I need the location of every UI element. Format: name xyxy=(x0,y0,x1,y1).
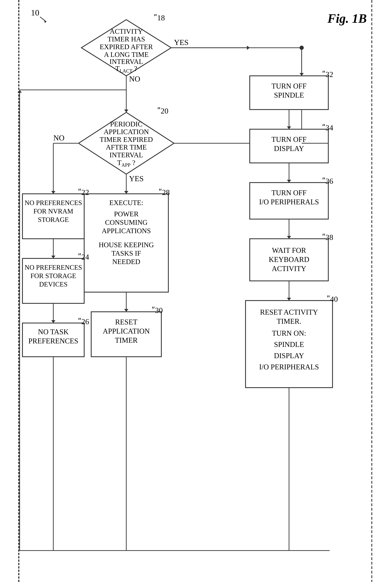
svg-text:CONSUMING: CONSUMING xyxy=(105,218,148,226)
svg-text:DISPLAY: DISPLAY xyxy=(274,145,304,153)
svg-text:DISPLAY: DISPLAY xyxy=(274,352,304,360)
ref-40: ʺ40 xyxy=(326,295,338,303)
ref-32: ʺ32 xyxy=(322,70,333,79)
ref-24: ʺ24 xyxy=(78,253,89,261)
ref-26: ʺ26 xyxy=(78,317,89,326)
svg-text:TIMER HAS: TIMER HAS xyxy=(108,35,145,43)
svg-text:I/O PERIPHERALS: I/O PERIPHERALS xyxy=(259,363,319,371)
ref-34: ʺ34 xyxy=(322,123,333,132)
svg-text:RESET ACTIVITY: RESET ACTIVITY xyxy=(260,308,318,316)
svg-text:TURN ON:: TURN ON: xyxy=(272,329,306,337)
svg-text:RESET: RESET xyxy=(115,318,138,326)
yes-label-20: YES xyxy=(129,174,144,183)
svg-text:TIMER EXPIRED: TIMER EXPIRED xyxy=(100,136,153,143)
svg-text:TURN OFF: TURN OFF xyxy=(272,135,306,143)
no-label-18: NO xyxy=(129,75,140,83)
svg-text:TIMER.: TIMER. xyxy=(277,317,301,325)
ref-18: ʺ18 xyxy=(154,14,165,22)
svg-text:WAIT FOR: WAIT FOR xyxy=(272,246,306,254)
svg-text:TASKS IF: TASKS IF xyxy=(112,249,141,257)
ref-20: ʺ20 xyxy=(157,107,168,115)
ref-38: ʺ38 xyxy=(322,233,333,241)
svg-text:POWER: POWER xyxy=(114,210,139,218)
svg-text:ACTIVITY: ACTIVITY xyxy=(272,264,306,272)
flowchart-svg: 10 ʺ18 ACTIVITY TIMER HAS EXPIRED AFTER … xyxy=(0,0,392,582)
svg-text:INTERVAL: INTERVAL xyxy=(110,58,143,66)
svg-text:EXPIRED AFTER: EXPIRED AFTER xyxy=(100,43,153,51)
svg-text:TURN OFF: TURN OFF xyxy=(272,82,306,90)
svg-text:PERIODIC: PERIODIC xyxy=(110,120,142,128)
svg-text:NO TASK: NO TASK xyxy=(38,328,69,336)
svg-text:FOR NVRAM: FOR NVRAM xyxy=(34,207,73,215)
svg-text:SPINDLE: SPINDLE xyxy=(274,341,304,349)
svg-text:EXECUTE:: EXECUTE: xyxy=(109,199,143,207)
svg-text:SPINDLE: SPINDLE xyxy=(274,91,304,99)
ref-10: 10 xyxy=(31,8,39,17)
svg-text:I/O PERIPHERALS: I/O PERIPHERALS xyxy=(259,198,319,206)
ref-28: ʺ28 xyxy=(158,188,170,197)
svg-text:NO PREFERENCES: NO PREFERENCES xyxy=(24,264,82,271)
svg-text:APPLICATIONS: APPLICATIONS xyxy=(102,227,151,235)
svg-text:TURN OFF: TURN OFF xyxy=(272,189,306,197)
svg-text:INTERVAL: INTERVAL xyxy=(110,151,143,159)
svg-text:APPLICATION: APPLICATION xyxy=(103,327,150,335)
svg-text:AFTER TIME: AFTER TIME xyxy=(106,143,147,151)
svg-text:APPLICATION: APPLICATION xyxy=(104,128,149,136)
svg-text:FOR STORAGE: FOR STORAGE xyxy=(30,272,76,279)
page: Fig. 1B 10 ʺ18 ACTIVITY TIMER HAS EXPIRE… xyxy=(0,0,392,582)
svg-line-0 xyxy=(40,17,46,22)
diamond18-text: ACTIVITY xyxy=(110,27,143,35)
svg-text:PREFERENCES: PREFERENCES xyxy=(28,337,78,345)
ref-22: ʺ22 xyxy=(78,188,89,197)
svg-text:TIMER: TIMER xyxy=(115,336,138,344)
ref-30: ʺ30 xyxy=(152,306,163,315)
svg-marker-54 xyxy=(18,90,22,93)
ref-36: ʺ36 xyxy=(322,177,333,185)
yes-label-18: YES xyxy=(174,38,188,47)
svg-text:A LONG TIME: A LONG TIME xyxy=(104,51,149,58)
svg-text:NO PREFERENCES: NO PREFERENCES xyxy=(24,199,82,206)
svg-text:STORAGE: STORAGE xyxy=(38,216,69,223)
no-label-20: NO xyxy=(53,134,64,142)
svg-text:DEVICES: DEVICES xyxy=(39,280,68,288)
svg-text:HOUSE KEEPING: HOUSE KEEPING xyxy=(99,241,154,249)
svg-text:NEEDED: NEEDED xyxy=(112,258,140,265)
svg-text:KEYBOARD: KEYBOARD xyxy=(269,255,309,263)
